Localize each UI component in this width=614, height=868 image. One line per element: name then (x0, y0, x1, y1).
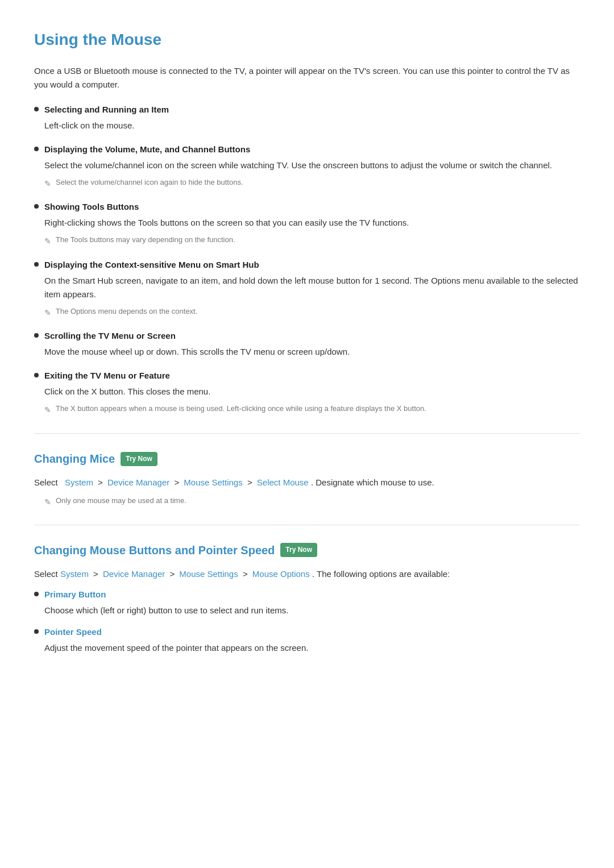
nav-prefix-1: Select (34, 477, 58, 487)
section-body-3: On the Smart Hub screen, navigate to an … (44, 274, 580, 301)
option-item-0: Primary ButtonChoose which (left or righ… (34, 588, 580, 617)
section-heading-5: Exiting the TV Menu or Feature (44, 369, 170, 383)
option-body-1: Adjust the movement speed of the pointer… (44, 641, 580, 655)
section-body-5: Click on the X button. This closes the m… (44, 385, 580, 398)
option-item-1: Pointer SpeedAdjust the movement speed o… (34, 625, 580, 655)
note-text-section-5-0: The X button appears when a mouse is bei… (56, 403, 426, 414)
section-divider-1 (34, 433, 580, 434)
option-bullet-row-0: Primary Button (34, 588, 580, 601)
changing-mice-note: ✎ Only one mouse may be used at a time. (44, 495, 580, 508)
nav-prefix-2: Select (34, 569, 58, 579)
section-body-1: Select the volume/channel icon on the sc… (44, 159, 580, 172)
changing-mouse-buttons-title: Changing Mouse Buttons and Pointer Speed… (34, 541, 580, 559)
bullet-row-2: Showing Tools Buttons (34, 200, 580, 214)
section-item-3: Displaying the Context-sensitive Menu on… (34, 258, 580, 319)
note-text-section-1-0: Select the volume/channel icon again to … (56, 177, 243, 188)
changing-mice-nav: Select System > Device Manager > Mouse S… (34, 476, 580, 489)
nav-gt-2a: > (93, 569, 101, 579)
bullet-dot-4 (34, 333, 39, 338)
try-now-badge-2[interactable]: Try Now (280, 543, 317, 557)
note-icon-section-5-0: ✎ (44, 404, 51, 416)
changing-mice-section: Changing Mice Try Now Select System > De… (34, 450, 580, 508)
main-section-list: Selecting and Running an ItemLeft-click … (34, 103, 580, 417)
nav-suffix-2: . (312, 569, 317, 579)
note-row-5-0: ✎The X button appears when a mouse is be… (44, 403, 580, 416)
nav-system-1[interactable]: System (65, 477, 93, 487)
option-dot-1 (34, 629, 39, 634)
section-heading-1: Displaying the Volume, Mute, and Channel… (44, 143, 250, 156)
page-title: Using the Mouse (34, 27, 580, 53)
bullet-dot-0 (34, 107, 39, 111)
option-bullet-row-1: Pointer Speed (34, 625, 580, 639)
nav-device-manager-2[interactable]: Device Manager (103, 569, 165, 579)
changing-mouse-buttons-nav: Select System > Device Manager > Mouse S… (34, 567, 580, 581)
section-item-2: Showing Tools ButtonsRight-clicking show… (34, 200, 580, 247)
bullet-row-4: Scrolling the TV Menu or Screen (34, 329, 580, 343)
section-item-1: Displaying the Volume, Mute, and Channel… (34, 143, 580, 190)
note-text-section-2-0: The Tools buttons may vary depending on … (56, 234, 235, 246)
changing-mouse-buttons-title-text: Changing Mouse Buttons and Pointer Speed (34, 541, 275, 559)
section-item-0: Selecting and Running an ItemLeft-click … (34, 103, 580, 132)
changing-mice-title: Changing Mice Try Now (34, 450, 580, 468)
nav-gt-1b: > (174, 477, 181, 487)
bullet-dot-2 (34, 204, 39, 209)
bullet-row-0: Selecting and Running an Item (34, 103, 580, 117)
section-heading-0: Selecting and Running an Item (44, 103, 169, 117)
option-heading-1: Pointer Speed (44, 625, 102, 639)
bullet-dot-5 (34, 373, 39, 377)
section-heading-4: Scrolling the TV Menu or Screen (44, 329, 176, 343)
bullet-dot-1 (34, 147, 39, 151)
nav-mouse-options[interactable]: Mouse Options (252, 569, 310, 579)
nav-suffix-1: . (311, 477, 316, 487)
nav-select-mouse[interactable]: Select Mouse (257, 477, 309, 487)
bullet-row-5: Exiting the TV Menu or Feature (34, 369, 580, 383)
section-item-4: Scrolling the TV Menu or ScreenMove the … (34, 329, 580, 359)
section-heading-3: Displaying the Context-sensitive Menu on… (44, 258, 259, 272)
intro-text: Once a USB or Bluetooth mouse is connect… (34, 64, 580, 92)
section-item-5: Exiting the TV Menu or FeatureClick on t… (34, 369, 580, 416)
page-container: Using the Mouse Once a USB or Bluetooth … (0, 0, 614, 708)
bullet-dot-3 (34, 262, 39, 267)
note-row-3-0: ✎The Options menu depends on the context… (44, 306, 580, 319)
section-body-2: Right-clicking shows the Tools buttons o… (44, 216, 580, 230)
note-icon-1: ✎ (44, 496, 51, 508)
option-body-0: Choose which (left or right) button to u… (44, 604, 580, 617)
note-text-section-3-0: The Options menu depends on the context. (56, 306, 197, 317)
nav-desc-2: The following options are available: (317, 569, 450, 579)
note-text-1: Only one mouse may be used at a time. (56, 495, 186, 506)
nav-desc-1: Designate which mouse to use. (316, 477, 434, 487)
nav-mouse-settings-2[interactable]: Mouse Settings (179, 569, 238, 579)
note-icon-section-1-0: ✎ (44, 177, 51, 190)
nav-gt-2c: > (243, 569, 250, 579)
changing-mice-title-text: Changing Mice (34, 450, 115, 468)
option-heading-0: Primary Button (44, 588, 106, 601)
nav-device-manager-1[interactable]: Device Manager (107, 477, 169, 487)
nav-gt-2b: > (169, 569, 177, 579)
note-row-2-0: ✎The Tools buttons may vary depending on… (44, 234, 580, 247)
option-dot-0 (34, 592, 39, 596)
nav-system-2[interactable]: System (60, 569, 89, 579)
changing-mouse-buttons-section: Changing Mouse Buttons and Pointer Speed… (34, 541, 580, 655)
mouse-options-list: Primary ButtonChoose which (left or righ… (34, 588, 580, 655)
nav-gt-1a: > (98, 477, 105, 487)
try-now-badge-1[interactable]: Try Now (121, 452, 157, 466)
bullet-row-3: Displaying the Context-sensitive Menu on… (34, 258, 580, 272)
note-row-1-0: ✎Select the volume/channel icon again to… (44, 177, 580, 190)
note-icon-section-2-0: ✎ (44, 235, 51, 247)
section-divider-2 (34, 525, 580, 525)
nav-mouse-settings-1[interactable]: Mouse Settings (184, 477, 242, 487)
nav-gt-1c: > (247, 477, 255, 487)
bullet-row-1: Displaying the Volume, Mute, and Channel… (34, 143, 580, 156)
note-icon-section-3-0: ✎ (44, 306, 51, 319)
section-heading-2: Showing Tools Buttons (44, 200, 139, 214)
section-body-0: Left-click on the mouse. (44, 119, 580, 132)
section-body-4: Move the mouse wheel up or down. This sc… (44, 345, 580, 359)
